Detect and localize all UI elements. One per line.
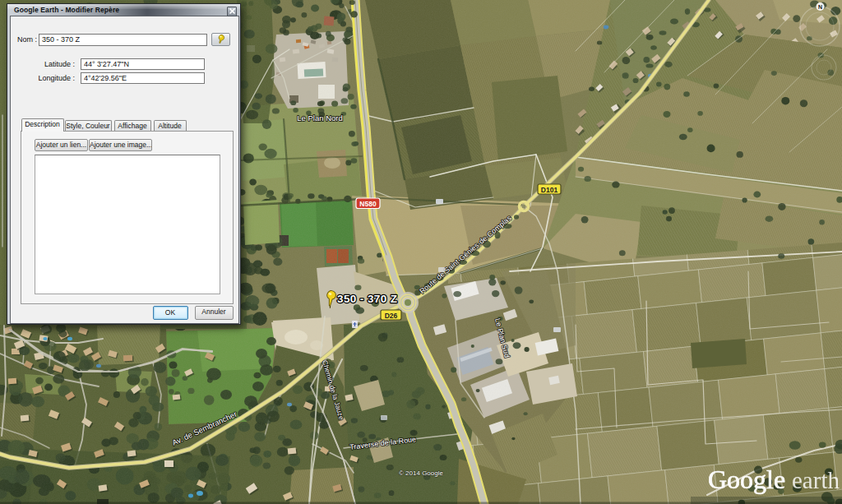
svg-text:350 - 370 Z: 350 - 370 Z [337,293,397,305]
svg-text:earth: earth [792,467,840,493]
svg-text:N580: N580 [359,200,377,208]
svg-text:Le Plan Nord: Le Plan Nord [297,113,342,123]
svg-text:© 2014 Google: © 2014 Google [399,469,443,477]
svg-text:N: N [818,4,822,10]
svg-text:Google: Google [708,465,785,494]
svg-text:D26: D26 [385,312,398,320]
svg-text:D101: D101 [541,186,558,194]
